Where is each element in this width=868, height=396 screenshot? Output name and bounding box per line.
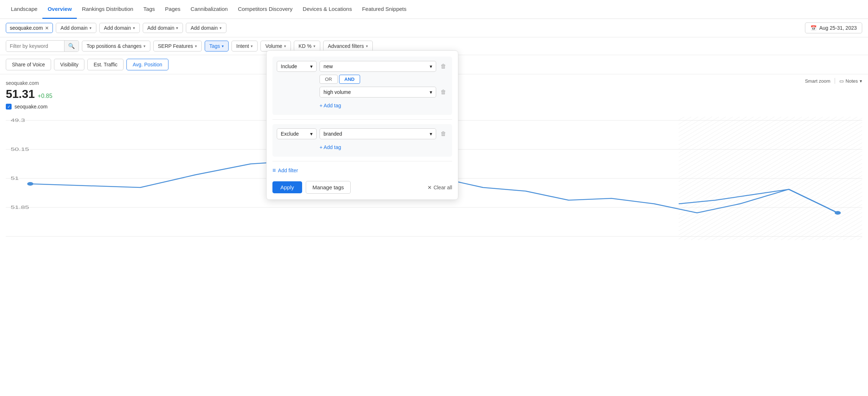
advanced-filters-label: Advanced filters xyxy=(328,43,364,49)
remove-domain-button[interactable]: ✕ xyxy=(45,26,49,30)
nav-rankings-distribution[interactable]: Rankings Distribution xyxy=(77,0,138,19)
legend-checkbox[interactable]: ✓ xyxy=(6,104,12,110)
delete-exclude-tag-button[interactable]: 🗑 xyxy=(439,129,448,139)
chevron-down-icon-3: ▾ xyxy=(176,26,178,30)
include-add-tag-row[interactable]: + Add tag xyxy=(277,100,448,111)
domain-toolbar: seoquake.com ✕ Add domain ▾ Add domain ▾… xyxy=(0,19,868,37)
delete-include-tag-button[interactable]: 🗑 xyxy=(439,62,448,71)
delete-second-include-tag-button[interactable]: 🗑 xyxy=(439,87,448,97)
add-domain-button-3[interactable]: Add domain ▾ xyxy=(143,23,183,33)
svg-text:51: 51 xyxy=(11,176,19,181)
include-operator-label: Include xyxy=(281,63,297,69)
include-filter-row-1: Include ▾ new ▾ 🗑 xyxy=(277,61,448,72)
tags-filter-button[interactable]: Tags ▾ xyxy=(205,41,229,51)
exclude-tag-value: branded xyxy=(324,131,342,137)
smart-zoom-label: Smart zoom xyxy=(805,78,830,84)
date-range-label: Aug 25-31, 2023 xyxy=(819,25,857,31)
top-navigation: Landscape Overview Rankings Distribution… xyxy=(0,0,868,19)
chart-main-value: 51.31 xyxy=(6,87,35,101)
notes-button[interactable]: ▭ Notes ▾ xyxy=(839,78,862,84)
calendar-icon: 📅 xyxy=(810,25,817,31)
add-filter-label: Add filter xyxy=(278,168,298,173)
chart-delta: +0.85 xyxy=(38,93,52,99)
add-filter-row[interactable]: ≡ Add filter xyxy=(272,166,452,175)
search-button[interactable]: 🔍 xyxy=(64,41,79,51)
nav-pages[interactable]: Pages xyxy=(160,0,186,19)
notes-icon: ▭ xyxy=(839,78,844,84)
apply-button[interactable]: Apply xyxy=(272,181,302,193)
nav-overview[interactable]: Overview xyxy=(42,0,77,19)
nav-cannibalization[interactable]: Cannibalization xyxy=(185,0,233,19)
add-domain-button-1[interactable]: Add domain ▾ xyxy=(56,23,96,33)
top-positions-filter-button[interactable]: Top positions & changes ▾ xyxy=(82,41,150,51)
notes-label: Notes xyxy=(846,78,858,84)
logic-row: OR AND xyxy=(320,75,448,84)
chevron-down-icon: ▾ xyxy=(430,63,432,69)
top-positions-label: Top positions & changes xyxy=(87,43,142,49)
chevron-down-icon: ▾ xyxy=(310,63,313,69)
chevron-down-icon: ▾ xyxy=(222,44,224,49)
chevron-down-icon: ▾ xyxy=(251,44,253,49)
include-tag-value: new xyxy=(324,63,333,69)
include-tag-select[interactable]: new ▾ xyxy=(320,61,436,72)
serp-features-filter-button[interactable]: SERP Features ▾ xyxy=(153,41,202,51)
intent-label: Intent xyxy=(236,43,249,49)
kd-filter-button[interactable]: KD % ▾ xyxy=(294,41,320,51)
svg-rect-6 xyxy=(679,117,862,240)
domain-label: seoquake.com xyxy=(10,25,43,31)
advanced-filters-button[interactable]: Advanced filters ▾ xyxy=(323,41,373,51)
keyword-search-input[interactable] xyxy=(6,41,64,51)
tab-share-of-voice[interactable]: Share of Voice xyxy=(6,59,51,70)
chevron-down-icon: ▾ xyxy=(430,89,432,95)
include-filter-row-2: high volume ▾ 🗑 xyxy=(320,87,448,98)
clear-all-label: Clear all xyxy=(434,185,452,190)
volume-label: Volume xyxy=(265,43,282,49)
section-divider xyxy=(272,119,452,120)
chevron-down-icon-1: ▾ xyxy=(89,26,92,30)
manage-tags-button[interactable]: Manage tags xyxy=(306,181,351,194)
close-icon: ✕ xyxy=(427,185,432,190)
tags-filter-label: Tags xyxy=(209,43,220,49)
svg-text:50.15: 50.15 xyxy=(11,147,29,152)
add-domain-button-4[interactable]: Add domain ▾ xyxy=(186,23,226,33)
exclude-filter-row: Exclude ▾ branded ▾ 🗑 xyxy=(277,128,448,139)
add-domain-button-2[interactable]: Add domain ▾ xyxy=(99,23,140,33)
exclude-add-tag-row[interactable]: + Add tag xyxy=(277,142,448,152)
legend-label: seoquake.com xyxy=(14,104,47,110)
section-divider-2 xyxy=(272,161,452,161)
intent-filter-button[interactable]: Intent ▾ xyxy=(231,41,258,51)
or-button[interactable]: OR xyxy=(320,75,338,84)
chevron-down-icon: ▾ xyxy=(430,131,432,137)
nav-featured-snippets[interactable]: Featured Snippets xyxy=(357,0,412,19)
notes-chevron: ▾ xyxy=(860,78,862,84)
svg-text:51.85: 51.85 xyxy=(11,205,29,210)
keyword-search-wrap: 🔍 xyxy=(6,40,79,52)
exclude-operator-select[interactable]: Exclude ▾ xyxy=(277,128,317,139)
filter-lines-icon: ≡ xyxy=(272,167,276,174)
tab-visibility[interactable]: Visibility xyxy=(54,59,84,70)
nav-tags[interactable]: Tags xyxy=(138,0,160,19)
chevron-down-icon: ▾ xyxy=(310,131,313,137)
chevron-down-icon: ▾ xyxy=(143,44,146,49)
include-filter-section: Include ▾ new ▾ 🗑 OR AND high volume ▾ xyxy=(272,57,452,115)
date-range-button[interactable]: 📅 Aug 25-31, 2023 xyxy=(805,22,862,33)
exclude-filter-section: Exclude ▾ branded ▾ 🗑 + Add tag xyxy=(272,124,452,157)
tab-avg-position[interactable]: Avg. Position xyxy=(126,59,168,70)
clear-all-button[interactable]: ✕ Clear all xyxy=(427,185,452,190)
tags-dropdown: Include ▾ new ▾ 🗑 OR AND high volume ▾ xyxy=(266,50,458,200)
chevron-down-icon-2: ▾ xyxy=(133,26,135,30)
chevron-down-icon: ▾ xyxy=(313,44,316,49)
nav-devices-locations[interactable]: Devices & Locations xyxy=(298,0,357,19)
volume-filter-button[interactable]: Volume ▾ xyxy=(260,41,291,51)
and-button[interactable]: AND xyxy=(339,75,360,84)
include-operator-select[interactable]: Include ▾ xyxy=(277,61,317,72)
chevron-down-icon-4: ▾ xyxy=(220,26,222,30)
nav-competitors-discovery[interactable]: Competitors Discovery xyxy=(233,0,298,19)
add-domain-label-1: Add domain xyxy=(60,25,88,31)
nav-landscape[interactable]: Landscape xyxy=(6,0,42,19)
include-second-tag-select[interactable]: high volume ▾ xyxy=(320,87,436,98)
svg-text:49.3: 49.3 xyxy=(11,118,25,123)
domain-chip: seoquake.com ✕ xyxy=(6,23,53,33)
exclude-tag-select[interactable]: branded ▾ xyxy=(320,128,436,139)
tab-est-traffic[interactable]: Est. Traffic xyxy=(87,59,124,70)
